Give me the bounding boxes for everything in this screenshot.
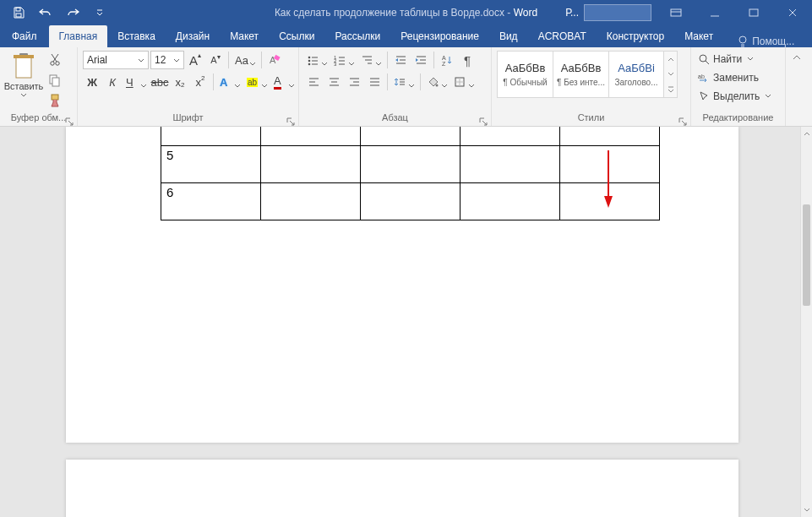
tab-layout[interactable]: Макет bbox=[220, 25, 269, 47]
share-indicator[interactable]: Р... bbox=[565, 7, 579, 19]
cursor-icon bbox=[698, 90, 710, 102]
style-heading1[interactable]: АаБбВіЗаголово... bbox=[608, 51, 664, 98]
line-spacing-icon bbox=[394, 76, 406, 88]
copy-button[interactable] bbox=[46, 71, 64, 90]
qat-customize-button[interactable] bbox=[88, 1, 112, 24]
tab-design[interactable]: Дизайн bbox=[166, 25, 220, 47]
search-icon bbox=[698, 53, 710, 65]
highlight-button[interactable]: ab bbox=[244, 73, 270, 91]
scroll-up-button[interactable] bbox=[801, 127, 812, 140]
tab-insert[interactable]: Вставка bbox=[107, 25, 166, 47]
shrink-font-button[interactable]: A▾ bbox=[206, 51, 225, 69]
italic-button[interactable]: К bbox=[103, 73, 122, 91]
svg-point-61 bbox=[436, 84, 439, 87]
annotation-arrow bbox=[603, 150, 613, 210]
scrollbar-thumb[interactable] bbox=[803, 204, 810, 306]
strike-button[interactable]: abc bbox=[150, 73, 169, 91]
replace-button[interactable]: abЗаменить bbox=[696, 69, 773, 86]
table-1[interactable]: 5 6 bbox=[161, 127, 660, 220]
style-normal[interactable]: АаБбВв¶ Обычный bbox=[497, 51, 553, 98]
clipboard-dialog-launcher[interactable] bbox=[65, 116, 74, 124]
tab-table-design[interactable]: Конструктор bbox=[597, 25, 674, 47]
sort-button[interactable]: AZ bbox=[438, 51, 456, 69]
subscript-button[interactable]: x2 bbox=[171, 73, 189, 91]
separator bbox=[213, 73, 214, 90]
change-case-button[interactable]: Aa bbox=[232, 51, 258, 69]
table-row[interactable]: 5 bbox=[161, 145, 660, 182]
save-button[interactable] bbox=[7, 1, 30, 24]
line-spacing-button[interactable] bbox=[391, 73, 417, 91]
maximize-button[interactable] bbox=[734, 0, 773, 25]
bold-button[interactable]: Ж bbox=[83, 73, 101, 91]
tell-me-label: Помощ... bbox=[752, 35, 794, 47]
svg-text:3: 3 bbox=[334, 62, 337, 66]
find-button[interactable]: Найти bbox=[696, 51, 773, 68]
styles-gallery-more[interactable] bbox=[664, 51, 678, 98]
tab-home[interactable]: Главная bbox=[49, 25, 108, 47]
svg-rect-1 bbox=[16, 14, 21, 17]
ribbon-tabs: Файл Главная Вставка Дизайн Макет Ссылки… bbox=[0, 25, 812, 47]
paste-button[interactable]: Вставить bbox=[5, 51, 42, 106]
group-styles: АаБбВв¶ Обычный АаБбВв¶ Без инте... АаБб… bbox=[492, 47, 691, 126]
tab-review[interactable]: Рецензирование bbox=[390, 25, 489, 47]
separator bbox=[387, 52, 388, 68]
tab-acrobat[interactable]: ACROBAT bbox=[528, 25, 597, 47]
decrease-indent-button[interactable] bbox=[391, 51, 410, 69]
tell-me[interactable]: Помощ... bbox=[728, 35, 803, 47]
tab-table-layout[interactable]: Макет bbox=[674, 25, 723, 47]
justify-button[interactable] bbox=[365, 73, 384, 91]
bullets-button[interactable] bbox=[304, 51, 330, 69]
increase-indent-button[interactable] bbox=[411, 51, 430, 69]
undo-button[interactable] bbox=[34, 1, 57, 24]
font-name-combo[interactable]: Arial bbox=[83, 51, 149, 69]
vertical-scrollbar[interactable] bbox=[800, 127, 812, 517]
tab-mailings[interactable]: Рассылки bbox=[324, 25, 390, 47]
document-area[interactable]: 5 6 7 8 bbox=[0, 127, 800, 517]
tab-view[interactable]: Вид bbox=[489, 25, 528, 47]
styles-expand[interactable] bbox=[664, 82, 677, 97]
table-row[interactable] bbox=[161, 127, 660, 145]
multilevel-button[interactable] bbox=[358, 51, 384, 69]
select-button[interactable]: Выделить bbox=[696, 88, 773, 105]
eraser-icon: A bbox=[268, 53, 281, 67]
align-center-button[interactable] bbox=[324, 73, 343, 91]
font-dialog-launcher[interactable] bbox=[286, 116, 295, 124]
text-effects-button[interactable]: A bbox=[217, 73, 243, 91]
align-right-button[interactable] bbox=[345, 73, 363, 91]
svg-line-67 bbox=[706, 61, 709, 64]
svg-rect-2 bbox=[671, 9, 681, 16]
tab-file[interactable]: Файл bbox=[0, 25, 49, 47]
numbering-button[interactable]: 123 bbox=[331, 51, 357, 69]
collapse-ribbon-button[interactable] bbox=[786, 47, 808, 126]
ribbon: Вставить Буфер обм... Arial 12 A▴ A▾ Aa bbox=[0, 47, 812, 127]
font-size-combo[interactable]: 12 bbox=[150, 51, 184, 69]
redo-button[interactable] bbox=[61, 1, 84, 24]
account-box[interactable] bbox=[584, 4, 651, 21]
styles-row-down[interactable] bbox=[664, 67, 677, 82]
style-no-spacing[interactable]: АаБбВв¶ Без инте... bbox=[553, 51, 608, 98]
close-button[interactable] bbox=[773, 0, 812, 25]
numbering-icon: 123 bbox=[334, 54, 346, 66]
show-marks-button[interactable]: ¶ bbox=[458, 51, 477, 69]
align-left-button[interactable] bbox=[304, 73, 323, 91]
underline-button[interactable]: Ч bbox=[123, 73, 149, 91]
styles-row-up[interactable] bbox=[664, 52, 677, 67]
minimize-button[interactable] bbox=[695, 0, 734, 25]
tab-references[interactable]: Ссылки bbox=[269, 25, 324, 47]
paragraph-dialog-launcher[interactable] bbox=[479, 116, 488, 124]
clear-formatting-button[interactable]: A bbox=[265, 51, 284, 69]
bullets-icon bbox=[307, 54, 319, 66]
ribbon-display-button[interactable] bbox=[657, 0, 695, 25]
superscript-button[interactable]: x2 bbox=[191, 73, 210, 91]
scroll-down-button[interactable] bbox=[801, 503, 812, 517]
table-row[interactable]: 6 bbox=[161, 182, 660, 220]
font-color-button[interactable]: A bbox=[271, 73, 297, 91]
format-painter-button[interactable] bbox=[46, 91, 64, 110]
paste-label: Вставить bbox=[4, 81, 44, 91]
shading-button[interactable] bbox=[424, 73, 450, 91]
cut-button[interactable] bbox=[46, 51, 64, 69]
grow-font-button[interactable]: A▴ bbox=[186, 51, 204, 69]
styles-dialog-launcher[interactable] bbox=[678, 116, 687, 124]
borders-button[interactable] bbox=[451, 73, 477, 91]
svg-point-15 bbox=[56, 62, 59, 65]
